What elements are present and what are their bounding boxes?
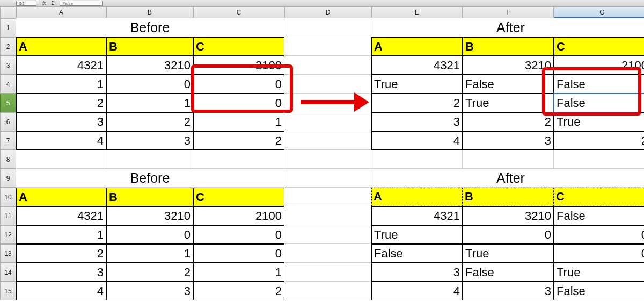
cell-D9[interactable] — [284, 169, 371, 188]
row-header-9[interactable]: 9 — [0, 169, 16, 188]
cell-D7[interactable] — [284, 131, 371, 150]
hdr-E-2[interactable]: A — [371, 188, 463, 206]
cell-C7[interactable]: 2 — [193, 131, 284, 150]
row-header-14[interactable]: 14 — [0, 263, 16, 282]
col-header-F[interactable]: F — [463, 6, 554, 18]
cell-E15[interactable]: 4 — [371, 282, 463, 300]
col-header-D[interactable]: D — [284, 6, 371, 18]
cell-A8[interactable] — [16, 150, 106, 169]
cell-C13[interactable]: 0 — [193, 244, 284, 263]
col-header-A[interactable]: A — [16, 6, 106, 18]
cell-B6[interactable]: 2 — [106, 112, 193, 131]
cell-F11[interactable]: 3210 — [463, 206, 554, 225]
cell-G13[interactable]: 0 — [554, 244, 644, 263]
cell-E7[interactable]: 4 — [371, 131, 463, 150]
cell-F4[interactable]: False — [463, 75, 554, 94]
cell-G12[interactable]: 0 — [554, 225, 644, 244]
cell-A14[interactable]: 3 — [16, 263, 106, 282]
row-header-3[interactable]: 3 — [0, 56, 16, 75]
cell-E4[interactable]: True — [371, 75, 463, 94]
cell-G8[interactable] — [554, 150, 644, 169]
cell-G15[interactable]: False — [554, 282, 644, 300]
cell-G6[interactable]: True — [554, 112, 644, 131]
cell-F15[interactable]: 3 — [463, 282, 554, 300]
row-header-15[interactable]: 15 — [0, 282, 16, 300]
formula-input[interactable]: False — [60, 1, 103, 6]
cell-B4[interactable]: 0 — [106, 75, 193, 94]
cell-E11[interactable]: 4321 — [371, 206, 463, 225]
cell-B3[interactable]: 3210 — [106, 56, 193, 75]
cell-F7[interactable]: 3 — [463, 131, 554, 150]
sigma-icon[interactable]: Σ — [51, 0, 54, 6]
cell-B8[interactable] — [106, 150, 193, 169]
cell-B5[interactable]: 1 — [106, 94, 193, 112]
row-header-11[interactable]: 11 — [0, 206, 16, 225]
cell-A13[interactable]: 2 — [16, 244, 106, 263]
cell-G4[interactable]: False — [554, 75, 644, 94]
cell-A11[interactable]: 4321 — [16, 206, 106, 225]
cell-A15[interactable]: 4 — [16, 282, 106, 300]
row-header-4[interactable]: 4 — [0, 75, 16, 94]
hdr-E-1[interactable]: A — [371, 37, 463, 56]
cell-E13[interactable]: False — [371, 244, 463, 263]
hdr-A-1[interactable]: A — [16, 37, 106, 56]
cell-E14[interactable]: 3 — [371, 263, 463, 282]
col-header-E[interactable]: E — [371, 6, 463, 18]
cell-C14[interactable]: 1 — [193, 263, 284, 282]
cell-C4[interactable]: 0 — [193, 75, 284, 94]
cell-E3[interactable]: 4321 — [371, 56, 463, 75]
cell-B7[interactable]: 3 — [106, 131, 193, 150]
cell-C15[interactable]: 2 — [193, 282, 284, 300]
title-after-2[interactable]: After — [371, 169, 644, 188]
hdr-C-1[interactable]: C — [193, 37, 284, 56]
row-header-6[interactable]: 6 — [0, 112, 16, 131]
cell-A6[interactable]: 3 — [16, 112, 106, 131]
cell-D2[interactable] — [284, 37, 371, 56]
hdr-G-2[interactable]: C — [554, 188, 644, 206]
cell-F13[interactable]: True — [463, 244, 554, 263]
cell-B13[interactable]: 1 — [106, 244, 193, 263]
cell-F14[interactable]: False — [463, 263, 554, 282]
cell-G3[interactable]: 2100 — [554, 56, 644, 75]
cell-F8[interactable] — [463, 150, 554, 169]
row-header-13[interactable]: 13 — [0, 244, 16, 263]
row-header-8[interactable]: 8 — [0, 150, 16, 169]
cell-D12[interactable] — [284, 225, 371, 244]
hdr-C-2[interactable]: C — [193, 188, 284, 206]
cell-D11[interactable] — [284, 206, 371, 225]
cell-E6[interactable]: 3 — [371, 112, 463, 131]
cell-D5[interactable] — [284, 94, 371, 112]
cell-A3[interactable]: 4321 — [16, 56, 106, 75]
row-header-5[interactable]: 5 — [0, 94, 16, 112]
hdr-B-1[interactable]: B — [106, 37, 193, 56]
corner-cell[interactable] — [0, 6, 16, 18]
col-header-G[interactable]: G — [554, 6, 644, 18]
cell-A12[interactable]: 1 — [16, 225, 106, 244]
hdr-G-1[interactable]: C — [554, 37, 644, 56]
cell-D3[interactable] — [284, 56, 371, 75]
hdr-B-2[interactable]: B — [106, 188, 193, 206]
cell-G14[interactable]: True — [554, 263, 644, 282]
row-header-10[interactable]: 10 — [0, 188, 16, 206]
cell-C5[interactable]: 0 — [193, 94, 284, 112]
cell-A4[interactable]: 1 — [16, 75, 106, 94]
cell-B15[interactable]: 3 — [106, 282, 193, 300]
hdr-A-2[interactable]: A — [16, 188, 106, 206]
title-after-1[interactable]: After — [371, 18, 644, 37]
hdr-F-1[interactable]: B — [463, 37, 554, 56]
title-before-2[interactable]: Before — [16, 169, 284, 188]
cell-A5[interactable]: 2 — [16, 94, 106, 112]
cell-F5[interactable]: True — [463, 94, 554, 112]
title-before-1[interactable]: Before — [16, 18, 284, 37]
cell-C3[interactable]: 2100 — [193, 56, 284, 75]
cell-E8[interactable] — [371, 150, 463, 169]
name-box[interactable]: G3 — [16, 1, 36, 6]
col-header-C[interactable]: C — [193, 6, 284, 18]
cell-D15[interactable] — [284, 282, 371, 300]
cell-D1[interactable] — [284, 18, 371, 37]
cell-D6[interactable] — [284, 112, 371, 131]
col-header-B[interactable]: B — [106, 6, 193, 18]
row-header-7[interactable]: 7 — [0, 131, 16, 150]
cell-E5[interactable]: 2 — [371, 94, 463, 112]
cell-B14[interactable]: 2 — [106, 263, 193, 282]
